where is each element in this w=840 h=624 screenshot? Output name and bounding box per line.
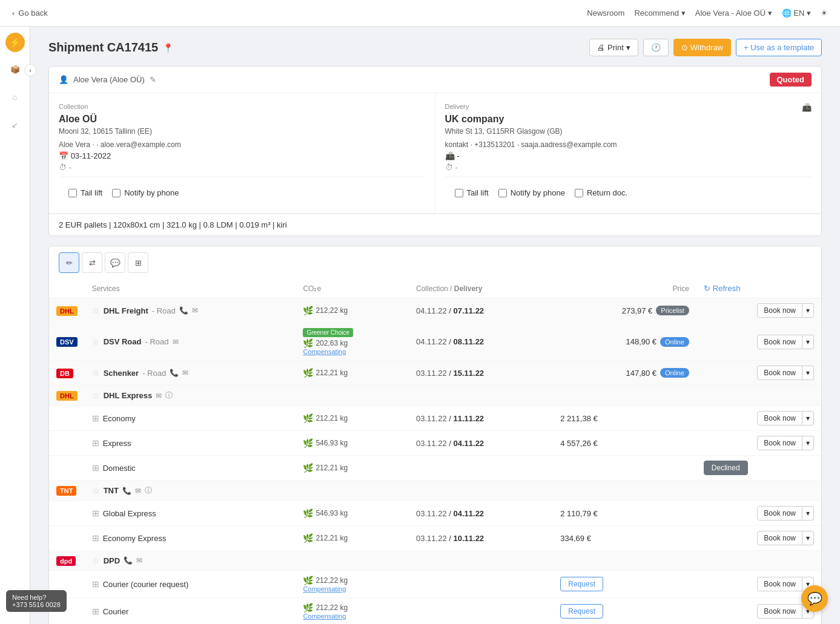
clock-icon: ⏱ <box>59 163 67 172</box>
tail-lift-checkbox-delivery[interactable]: Tail lift <box>455 188 489 197</box>
greener-badge: Greener Choice <box>303 328 353 337</box>
global-express-book-arrow[interactable]: ▾ <box>802 506 814 521</box>
notify-phone-input-delivery[interactable] <box>498 189 507 197</box>
dsv-logo: DSV <box>56 337 78 347</box>
notify-phone-checkbox-delivery[interactable]: Notify by phone <box>498 188 565 197</box>
back-label[interactable]: Go back <box>18 8 47 18</box>
schenker-service: ☆ Schenker - Road 📞 ✉ <box>92 368 289 378</box>
newsroom-link[interactable]: Newsroom <box>587 8 624 18</box>
courier-book-button[interactable]: Book now <box>757 604 802 619</box>
schenker-book-button[interactable]: Book now <box>757 366 802 380</box>
sidebar-item-home[interactable]: ⌂ <box>4 86 26 108</box>
economy-book-button[interactable]: Book now <box>757 411 802 425</box>
toolbar-edit-button[interactable]: ✏ <box>59 252 79 273</box>
language-menu[interactable]: 🌐 EN ▾ <box>782 8 811 18</box>
global-express-book-button[interactable]: Book now <box>757 506 802 521</box>
express-dates: 03.11.22 / 04.11.22 <box>409 431 553 456</box>
schenker-price: 147,80 € Online <box>553 361 696 386</box>
refresh-button[interactable]: ↻ Refresh <box>704 284 814 293</box>
economy-express-book-arrow[interactable]: ▾ <box>802 531 814 545</box>
tail-lift-checkbox-collection[interactable]: Tail lift <box>68 188 102 197</box>
courier-request-book-button[interactable]: Book now <box>757 577 802 591</box>
tnt-info-icon[interactable]: ⓘ <box>145 485 152 496</box>
cargo-row: 2 EUR pallets | 120x80x1 cm | 321.0 kg |… <box>49 214 821 235</box>
return-doc-checkbox[interactable]: Return doc. <box>575 188 627 197</box>
courier-request-dates <box>409 571 553 598</box>
toolbar-chat-button[interactable]: 💬 <box>105 252 125 273</box>
tnt-star[interactable]: ☆ <box>92 486 100 496</box>
account-menu[interactable]: Aloe Vera - Aloe OÜ ▾ <box>695 8 772 18</box>
collection-date: 📅 03-11-2022 <box>59 151 425 160</box>
tail-lift-input-delivery[interactable] <box>455 189 463 197</box>
economy-book-arrow[interactable]: ▾ <box>802 411 814 425</box>
dsv-book-arrow[interactable]: ▾ <box>802 335 814 349</box>
delivery-phone: +313513201 <box>474 140 515 149</box>
dsv-dates: 04.11.22 / 08.11.22 <box>409 323 553 361</box>
dhl-freight-book-arrow[interactable]: ▾ <box>802 303 814 318</box>
services-card: ✏ ⇄ 💬 ⊞ Services CO₂e <box>48 246 822 624</box>
dsv-co2: Greener Choice 🌿 202,63 kg Compensating <box>303 328 402 355</box>
toolbar-grid-button[interactable]: ⊞ <box>128 252 148 273</box>
courier-request-service: ⊞ Courier (courier request) <box>92 579 289 589</box>
schenker-star[interactable]: ☆ <box>92 368 100 378</box>
sidebar-item-analytics[interactable]: ↙ <box>4 114 26 136</box>
toolbar: ✏ ⇄ 💬 ⊞ <box>49 246 821 273</box>
express-book-arrow[interactable]: ▾ <box>802 436 814 450</box>
dsv-star[interactable]: ☆ <box>92 337 100 347</box>
dhl-express-info-icon[interactable]: ⓘ <box>165 390 173 401</box>
schenker-logo: DB <box>56 369 73 378</box>
express-book-button[interactable]: Book now <box>757 436 802 450</box>
edit-icon[interactable]: ✎ <box>150 75 156 84</box>
dsv-book-button[interactable]: Book now <box>757 335 802 349</box>
delivery-time: ⏱ - <box>445 163 812 172</box>
dhl-freight-star[interactable]: ☆ <box>92 306 100 315</box>
global-express-icon: ⊞ <box>92 508 99 518</box>
courier-request-request-button[interactable]: Request <box>560 577 603 591</box>
help-widget[interactable]: Need help? +373 5516 0028 <box>6 590 67 612</box>
economy-service: ⊞ Economy <box>92 413 289 423</box>
express-action: Book now ▾ <box>696 431 821 456</box>
sidebar-item-packages[interactable]: 📦 <box>4 58 26 80</box>
recommend-link[interactable]: Recommend ▾ <box>634 8 685 18</box>
schenker-email-icon: ✉ <box>182 369 188 377</box>
courier-request-compensating-link[interactable]: Compensating <box>303 585 402 593</box>
courier-request-button[interactable]: Request <box>560 604 603 619</box>
collection-contact-name: Aloe Vera <box>59 140 90 149</box>
schenker-book-arrow[interactable]: ▾ <box>802 366 814 380</box>
courier-compensating-link[interactable]: Compensating <box>303 613 402 620</box>
use-as-template-button[interactable]: + Use as a template <box>736 39 822 56</box>
global-express-action: Book now ▾ <box>696 501 821 526</box>
chat-widget-button[interactable]: 💬 <box>801 585 828 612</box>
return-doc-input[interactable] <box>575 189 583 197</box>
dhl-freight-service: ☆ DHL Freight - Road 📞 ✉ <box>92 306 289 315</box>
dsv-compensating-link[interactable]: Compensating <box>303 348 346 355</box>
toolbar-exchange-button[interactable]: ⇄ <box>82 252 102 273</box>
economy-express-co2: 🌿 212,21 kg <box>303 533 402 543</box>
sidebar-expand-button[interactable]: › <box>24 64 36 76</box>
withdraw-button[interactable]: ⊙ Withdraw <box>673 39 731 56</box>
dhl-freight-dates: 04.11.22 / 07.11.22 <box>409 298 553 323</box>
tail-lift-input-collection[interactable] <box>68 189 77 197</box>
tnt-email-icon: ✉ <box>135 487 141 495</box>
refresh-column-header[interactable]: ↻ Refresh <box>696 279 821 298</box>
notify-phone-checkbox-collection[interactable]: Notify by phone <box>112 188 179 197</box>
delivery-options: Tail lift Notify by phone Return doc. <box>445 182 812 203</box>
dhl-freight-phone-icon: 📞 <box>179 306 188 315</box>
back-button[interactable]: ‹ Go back <box>12 8 48 18</box>
economy-express-book-button[interactable]: Book now <box>757 531 802 545</box>
courier-request-price: Request <box>553 571 696 598</box>
courier-dates <box>409 598 553 625</box>
dhl-freight-book-button[interactable]: Book now <box>757 303 802 318</box>
notify-phone-input-collection[interactable] <box>112 189 121 197</box>
print-button[interactable]: 🖨 Print ▾ <box>589 39 638 56</box>
express-service: ⊞ Express <box>92 438 289 448</box>
dsv-service: ☆ DSV Road - Road ✉ <box>92 337 289 347</box>
dsv-price: 148,90 € Online <box>553 323 696 361</box>
dhl-express-star[interactable]: ☆ <box>92 391 100 401</box>
dpd-star[interactable]: ☆ <box>92 556 100 565</box>
price-column-header: Price <box>553 279 696 298</box>
courier-request-icon: ⊞ <box>92 579 99 589</box>
history-button[interactable]: 🕐 <box>643 39 669 56</box>
delivery-company: UK company <box>445 114 812 125</box>
theme-toggle-icon[interactable]: ☀ <box>821 8 828 18</box>
